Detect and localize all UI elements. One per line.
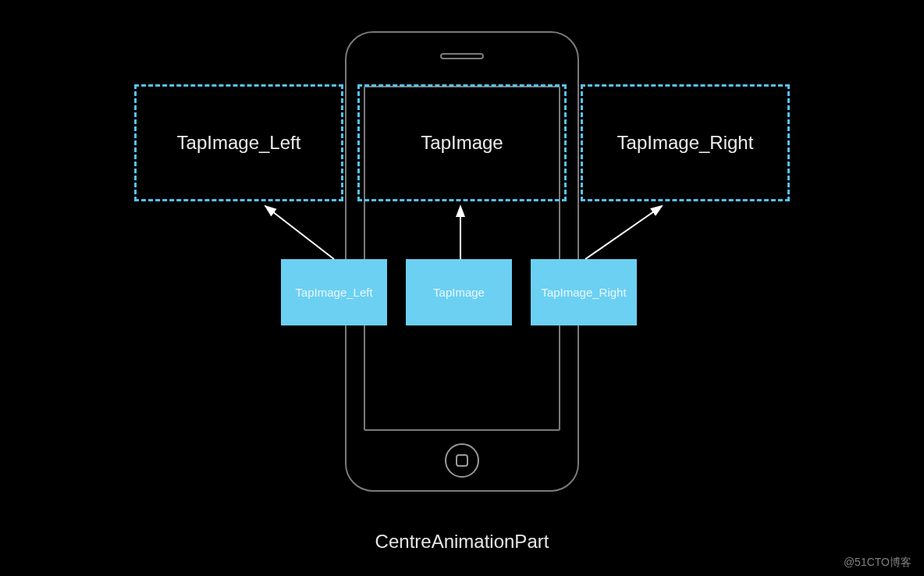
target-center: TapImage [357,84,567,201]
arrow-left [265,206,334,259]
source-center-label: TapImage [433,286,485,299]
target-right: TapImage_Right [581,84,790,201]
source-left: TapImage_Left [281,259,387,325]
source-right-label: TapImage_Right [541,286,626,299]
diagram-caption: CentreAnimationPart [0,531,924,553]
phone-speaker-icon [440,53,484,59]
source-right: TapImage_Right [531,259,637,325]
target-right-label: TapImage_Right [617,132,754,154]
arrow-right [585,206,662,259]
target-left: TapImage_Left [134,84,343,201]
target-center-label: TapImage [421,132,503,154]
diagram-stage: TapImage_Left TapImage TapImage_Right Ta… [0,0,924,576]
source-center: TapImage [406,259,512,325]
source-left-label: TapImage_Left [295,286,372,299]
phone-home-button-icon [445,443,479,478]
target-left-label: TapImage_Left [177,132,301,154]
watermark: @51CTO博客 [844,556,912,570]
